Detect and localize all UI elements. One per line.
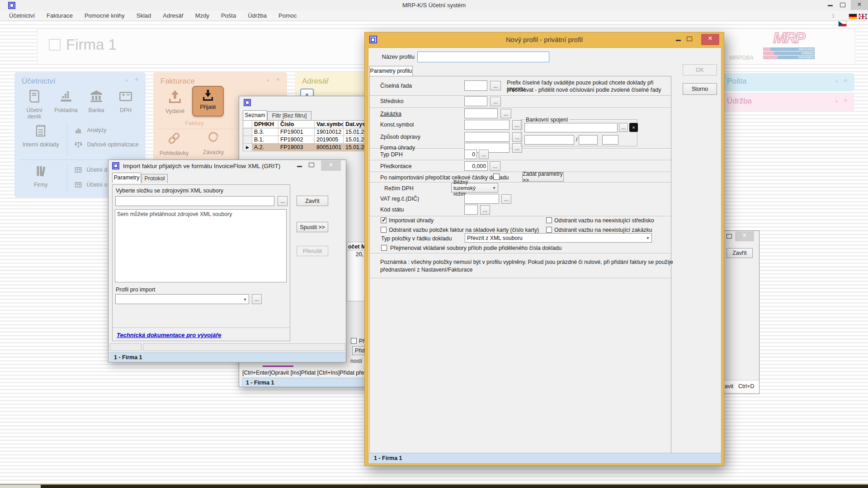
import-minimize-button[interactable] [297,166,302,167]
fragment-checkbox[interactable] [351,338,357,344]
rezim-dph-select[interactable]: Běžný tuzemský režim ▾ [451,183,498,192]
tile-banka[interactable]: Banka [82,89,110,113]
move-icon[interactable]: + [135,76,138,83]
tile-ucetni-d[interactable]: Účetní d [75,166,107,175]
tile-pohledavky[interactable]: Pohledávky [154,131,194,156]
flag-de-icon[interactable] [849,14,857,19]
tile-pokladna[interactable]: Pokladna [51,89,81,113]
tab-parametry-profilu[interactable]: Parametry profilu [369,66,413,76]
profile-combo[interactable]: ▾ [115,294,249,304]
folder-browse-button[interactable]: ... [278,196,288,206]
bank-account-input[interactable] [524,123,618,132]
tile-ucetni-denik[interactable]: Účetní deník [19,89,50,120]
predkontace-browse-button[interactable]: ... [490,161,500,171]
bank-number-input[interactable] [524,135,574,145]
typ-dph-input[interactable] [464,150,477,159]
ok-button[interactable]: OK [683,64,717,75]
flag-gb-icon[interactable] [859,14,867,19]
bank-code-input[interactable] [579,135,598,145]
menu-udrzba[interactable]: Údržba [248,12,267,19]
move-icon[interactable]: + [844,77,847,84]
dialog-minimize-button[interactable] [676,40,681,41]
typ-polozky-select[interactable]: Převzít z XML souboru ▾ [465,233,652,243]
stredisko-browse-button[interactable]: ... [490,97,501,106]
import-maximize-button[interactable] [309,163,314,167]
odstranit-stredisko-checkbox[interactable] [546,217,552,223]
tile-ucetni-o[interactable]: Účetní o [75,181,107,190]
prepocitat-checkbox[interactable] [493,174,500,180]
tile-vydane[interactable]: Vydané [160,89,190,114]
main-minimize-button[interactable] [824,0,836,10]
col-cislo[interactable]: Číslo [278,121,315,128]
tab-seznam[interactable]: Seznam [243,110,267,120]
collapse-icon[interactable]: ▲ [125,78,129,82]
side-close-button[interactable]: × [735,231,754,241]
typ-dph-browse-button[interactable]: ... [479,150,489,159]
stredisko-input[interactable] [464,96,487,106]
storno-button[interactable]: Storno [683,83,717,95]
taskbar[interactable] [0,484,868,488]
tab-parametry[interactable]: Parametry [112,173,141,183]
odstranit-sklad-checkbox[interactable] [381,227,387,233]
menu-posta[interactable]: Pošta [221,12,236,19]
table-row[interactable]: B.1.FP19002 201900515.01.20 [243,136,370,144]
abort-button[interactable]: Přerušit [297,246,328,256]
company-checkbox[interactable] [49,39,61,51]
bank-clear-button[interactable]: × [629,123,638,132]
col-varsymbol[interactable]: Var.symbol [315,121,344,128]
zakazka-browse-button[interactable]: ... [500,109,511,118]
side-close-window-button[interactable]: Zavřít [726,248,753,258]
tile-firmy[interactable]: Firmy [20,164,61,188]
kod-statu-input[interactable] [464,205,478,215]
tile-dph[interactable]: DPH [111,89,140,113]
predkontace-input[interactable] [464,161,488,171]
close-button[interactable]: Zavřít [297,196,328,206]
menu-pomoc[interactable]: Pomoc [278,12,297,19]
table-row-selected[interactable]: ▶ A.2.FP19003 8005100115.01.20 [243,144,370,151]
main-close-button[interactable]: × [851,0,868,10]
table-row[interactable]: B.3.FP19001 1901001215.01.20 [243,128,370,136]
dialog-close-button[interactable]: × [701,34,719,45]
folder-input[interactable] [115,196,274,206]
menu-mzdy[interactable]: Mzdy [195,12,209,19]
tab-filtr[interactable]: Filtr [Bez filtru] [267,111,311,120]
tile-interni-doklady[interactable]: Interní doklady [20,123,61,148]
collapse-icon[interactable]: ▲ [835,79,839,83]
collapse-icon[interactable]: ▲ [266,78,270,82]
col-dphkh[interactable]: DPHKH [252,121,278,128]
menu-sklad[interactable]: Sklad [137,12,151,19]
bank-browse-button[interactable]: ... [619,123,628,132]
profile-name-input[interactable] [417,52,549,62]
menu-adresar[interactable]: Adresář [163,12,184,19]
dialog-maximize-button[interactable] [687,37,692,41]
tile-analyzy[interactable]: Analýzy [75,127,107,136]
zadat-parametry-button[interactable]: Zadat parametry >> [522,172,564,182]
bank-extra-input[interactable] [602,135,618,145]
collapse-icon[interactable]: ▲ [835,99,839,103]
tab-protokol[interactable]: Protokol [142,174,168,183]
doc-link[interactable]: Technická dokumentace pro vývojáře [117,332,221,338]
import-close-button[interactable]: × [321,160,341,171]
menu-pomocne-knihy[interactable]: Pomocné knihy [85,12,125,19]
prejmenovat-checkbox[interactable] [381,245,387,251]
ciselna-rada-input[interactable] [464,80,487,91]
tile-prijate[interactable]: Přijaté [192,86,224,117]
odstranit-zakazka-checkbox[interactable] [546,227,552,233]
vat-input[interactable] [464,194,499,204]
move-icon[interactable]: + [276,76,280,83]
run-button[interactable]: Spustit >> [297,222,328,232]
profile-browse-button[interactable]: ... [252,294,262,304]
tile-danove-optimalizace[interactable]: Daňové optimalizace [75,141,139,150]
menu-ucetnictvi[interactable]: Účetnictví [9,12,35,19]
fragment-tab[interactable]: ností [350,358,362,364]
zakazka-input[interactable] [464,108,498,118]
menu-fakturace[interactable]: Fakturace [47,12,73,19]
main-restore-button[interactable] [836,0,849,10]
konst-symbol-input[interactable] [464,120,509,130]
importovat-uhrady-checkbox[interactable] [381,217,387,223]
tile-zavazky[interactable]: Závazky [195,130,231,155]
zpusob-dopravy-input[interactable] [464,132,509,142]
vat-browse-button[interactable]: ... [501,194,511,204]
xml-drop-area[interactable]: Sem můžete přetáhnout zdrojové XML soubo… [115,209,287,282]
flag-cz-icon[interactable] [838,21,847,27]
